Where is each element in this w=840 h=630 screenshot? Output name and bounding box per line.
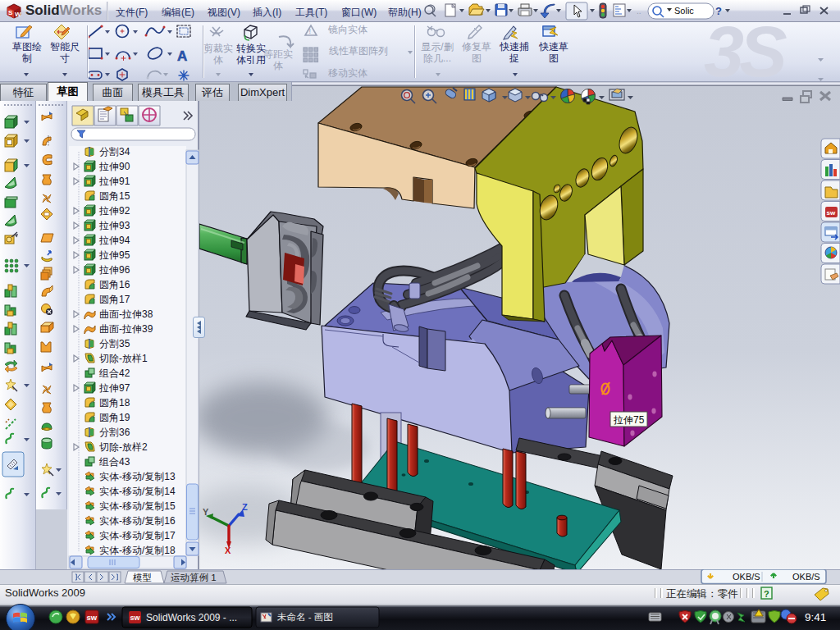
svg-text:未命名 - 画图: 未命名 - 画图 <box>277 612 333 622</box>
svg-text:分割35: 分割35 <box>99 338 130 349</box>
svg-text:拉伸93: 拉伸93 <box>98 220 130 231</box>
svg-text:OKB/S: OKB/S <box>733 572 760 582</box>
svg-text:拉伸92: 拉伸92 <box>98 205 130 217</box>
svg-text:圆角15: 圆角15 <box>99 190 130 202</box>
svg-text:W: W <box>15 11 21 18</box>
svg-text:曲面-拉伸39: 曲面-拉伸39 <box>99 323 153 335</box>
svg-text:拉伸91: 拉伸91 <box>98 176 130 187</box>
svg-text:组合42: 组合42 <box>98 368 130 379</box>
svg-text:运动算例 1: 运动算例 1 <box>171 573 217 582</box>
svg-text:sw: sw <box>87 613 98 622</box>
svg-text:组合43: 组合43 <box>98 456 130 468</box>
svg-text:Solic: Solic <box>674 6 694 16</box>
svg-text:S: S <box>8 9 13 16</box>
svg-text:OKB/S: OKB/S <box>792 572 820 582</box>
svg-text:拉伸94: 拉伸94 <box>98 235 130 246</box>
svg-text:实体-移动/复制18: 实体-移动/复制18 <box>99 545 176 556</box>
svg-text:实体-移动/复制13: 实体-移动/复制13 <box>99 471 176 482</box>
svg-text:拉伸97: 拉伸97 <box>98 382 130 394</box>
svg-text:Y: Y <box>203 507 209 517</box>
svg-text:曲面-拉伸38: 曲面-拉伸38 <box>99 308 153 320</box>
svg-text:?: ? <box>764 589 769 599</box>
svg-text:模型: 模型 <box>133 573 152 582</box>
svg-text:拉伸95: 拉伸95 <box>98 249 130 261</box>
svg-text:圆角18: 圆角18 <box>99 397 130 409</box>
svg-text:实体-移动/复制14: 实体-移动/复制14 <box>99 486 176 497</box>
svg-text:圆角17: 圆角17 <box>99 294 130 305</box>
svg-text:实体-移动/复制15: 实体-移动/复制15 <box>99 500 176 512</box>
svg-text:分割36: 分割36 <box>99 427 130 438</box>
svg-text:9:41: 9:41 <box>805 611 826 623</box>
svg-text:拉伸75: 拉伸75 <box>613 414 645 426</box>
svg-text:拉伸90: 拉伸90 <box>98 161 130 172</box>
svg-text:X: X <box>225 546 231 555</box>
svg-text:!: ! <box>309 27 312 35</box>
svg-text:sw: sw <box>130 614 141 622</box>
svg-text:圆角19: 圆角19 <box>99 412 130 423</box>
svg-text:分割34: 分割34 <box>99 146 130 158</box>
svg-text:sw: sw <box>827 209 836 217</box>
svg-text:圆角16: 圆角16 <box>99 279 130 290</box>
svg-text:SolidWorks 2009 - ...: SolidWorks 2009 - ... <box>146 612 237 623</box>
svg-text:实体-移动/复制16: 实体-移动/复制16 <box>99 515 176 527</box>
svg-text:A: A <box>177 48 187 64</box>
svg-text:切除-放样2: 切除-放样2 <box>98 441 148 453</box>
svg-text:拉伸96: 拉伸96 <box>98 264 130 276</box>
svg-text:实体-移动/复制17: 实体-移动/复制17 <box>99 530 176 541</box>
svg-text:切除-放样1: 切除-放样1 <box>98 353 148 364</box>
svg-text:..: .. <box>637 7 641 16</box>
svg-text:Z: Z <box>242 502 248 512</box>
